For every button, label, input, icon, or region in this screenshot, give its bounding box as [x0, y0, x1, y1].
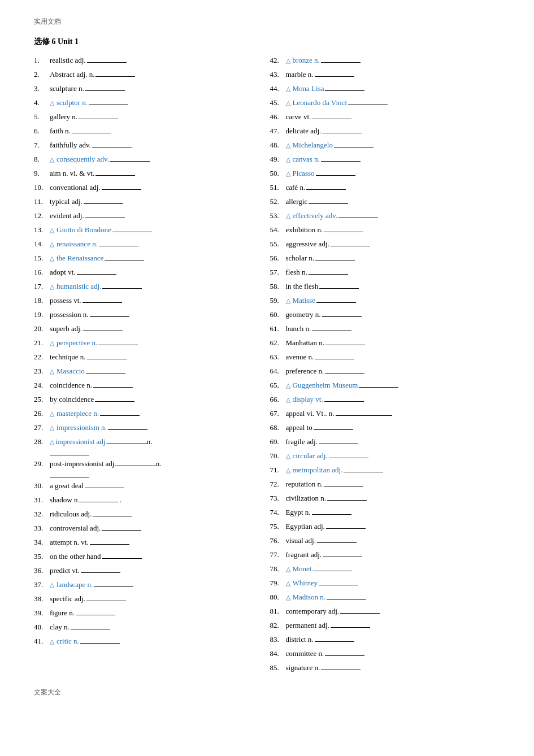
list-item: 15.△the Renaissance [34, 253, 264, 264]
list-item: 81.contemporary adj. [270, 606, 501, 617]
list-item: 27.△impressionism n. [34, 422, 264, 433]
list-item: 20.superb adj. [34, 323, 264, 334]
triangle-icon: △ [50, 581, 54, 589]
list-item: 53.△effectively adv. [270, 210, 501, 221]
list-item: 23.△Masaccio [34, 366, 264, 377]
list-item: 24.coincidence n. [34, 380, 264, 391]
list-item: 61.bunch n. [270, 323, 501, 334]
list-item: 35.on the other hand [34, 551, 264, 562]
list-item: 25.by coincidence [34, 394, 264, 405]
list-item: 82.permanent adj. [270, 620, 501, 631]
list-item: 76.visual adj. [270, 535, 501, 546]
triangle-icon: △ [286, 212, 290, 220]
triangle-icon: △ [50, 368, 54, 375]
list-item: 13.△Giotto di Bondone [34, 224, 264, 236]
list-item: 77.fragrant adj. [270, 549, 501, 561]
triangle-icon: △ [50, 283, 54, 290]
list-item: 31.shadow n. [34, 494, 264, 506]
watermark-bottom: 文案大全 [34, 688, 500, 697]
list-item: 70.△circular adj. [270, 450, 501, 462]
list-item: 60.geometry n. [270, 309, 501, 320]
list-item: 7.faithfully adv. [34, 140, 264, 151]
triangle-icon: △ [286, 99, 290, 107]
triangle-icon: △ [286, 382, 290, 389]
list-item: 9.aim n. vi. & vt. [34, 168, 264, 179]
list-item: 30.a great deal [34, 480, 264, 492]
list-item: 12.evident adj. [34, 210, 264, 221]
triangle-icon: △ [50, 227, 54, 234]
list-item: 79.△Whitney [270, 577, 501, 589]
list-item: 17.△humanistic adj. [34, 281, 264, 292]
list-item: 80.△Madison n. [270, 592, 501, 603]
list-item: 22.technique n. [34, 351, 264, 363]
list-item: 34.attempt n. vt. [34, 537, 264, 548]
list-item: 29.post-impressionist adj.n. [34, 458, 264, 477]
list-item: 36.predict vt. [34, 565, 264, 576]
list-item: 85.signature n. [270, 662, 501, 674]
triangle-icon: △ [286, 170, 290, 177]
triangle-icon: △ [50, 255, 54, 262]
list-item: 58.in the flesh [270, 281, 501, 292]
triangle-icon: △ [286, 453, 290, 460]
list-item: 8.△consequently adv. [34, 154, 264, 165]
list-item: 71.△metropolitan adj. [270, 464, 501, 476]
list-item: 1.realistic adj. [34, 55, 264, 66]
list-item: 73.civilization n. [270, 493, 501, 504]
triangle-icon: △ [286, 156, 290, 163]
page-title: 选修 6 Unit 1 [34, 37, 500, 47]
triangle-icon: △ [286, 396, 290, 403]
left-column: 1.realistic adj.2.Abstract adj. n.3.scul… [34, 55, 270, 676]
list-item: 74.Egypt n. [270, 507, 501, 518]
list-item: 19.possession n. [34, 309, 264, 320]
list-item: 52.allergic [270, 196, 501, 207]
list-item: 45.△Leonardo da Vinci [270, 97, 501, 108]
triangle-icon: △ [50, 99, 54, 107]
list-item: 64.preference n. [270, 366, 501, 377]
list-item: 38.specific adj. [34, 593, 264, 605]
list-item: 21.△perspective n. [34, 337, 264, 349]
list-item: 6.faith n. [34, 125, 264, 137]
list-item: 78.△Monet [270, 563, 501, 575]
triangle-icon: △ [50, 424, 54, 432]
list-item: 48.△Michelangelo [270, 140, 501, 151]
triangle-icon: △ [286, 580, 290, 587]
list-item: 42.△bronze n. [270, 55, 501, 66]
list-item: 37.△landscape n. [34, 579, 264, 590]
list-item: 41.△critic n. [34, 636, 264, 647]
triangle-icon: △ [50, 241, 54, 248]
list-item: 39.figure n. [34, 607, 264, 619]
list-item: 62.Manhattan n. [270, 337, 501, 349]
list-item: 40.clay n. [34, 622, 264, 633]
triangle-icon: △ [286, 85, 290, 93]
list-item: 26.△masterpiece n. [34, 408, 264, 419]
triangle-icon: △ [50, 156, 54, 163]
list-item: 84.committee n. [270, 648, 501, 659]
list-item: 55.aggressive adj. [270, 238, 501, 250]
triangle-icon: △ [286, 57, 290, 64]
list-item: 3.sculpture n. [34, 83, 264, 94]
list-item: 67.appeal vi. Vt.. n. [270, 408, 501, 419]
triangle-icon: △ [286, 142, 290, 149]
list-item: 72.reputation n. [270, 479, 501, 490]
list-item: 65.△Guggenheim Museum [270, 380, 501, 391]
list-item: 75.Egyptian adj. [270, 521, 501, 532]
list-item: 51.café n. [270, 182, 501, 193]
right-column: 42.△bronze n.43.marble n.44.△Mona Lisa45… [270, 55, 501, 676]
list-item: 56.scholar n. [270, 253, 501, 264]
list-item: 14.△renaissance n. [34, 238, 264, 250]
triangle-icon: △ [286, 467, 290, 474]
list-item: 57.flesh n. [270, 267, 501, 278]
list-item: 46.carve vt. [270, 111, 501, 123]
list-item: 28.△impressionist adj.n. [34, 436, 264, 455]
triangle-icon: △ [50, 638, 54, 645]
list-item: 18.possess vt. [34, 295, 264, 306]
list-item: 16.adopt vt. [34, 267, 264, 278]
list-item: 33.controversial adj. [34, 523, 264, 534]
list-item: 59.△Matisse [270, 295, 501, 306]
list-item: 11.typical adj. [34, 196, 264, 207]
list-item: 4.△sculptor n. [34, 97, 264, 108]
watermark-top: 实用文档 [34, 17, 500, 27]
triangle-icon: △ [50, 410, 54, 418]
triangle-icon: △ [286, 297, 290, 305]
list-item: 32.ridiculous adj. [34, 509, 264, 520]
